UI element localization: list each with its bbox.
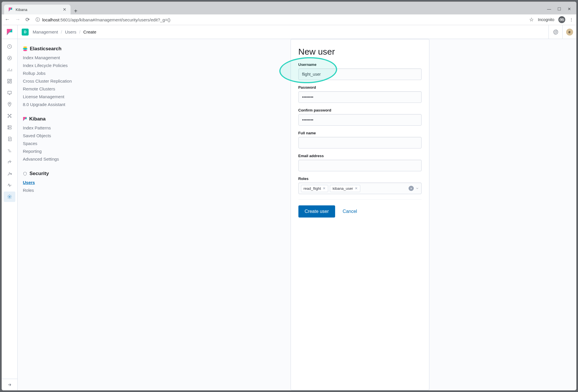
address-bar: ← → ⟳ ⓘ localhost:5601/app/kibana#/manag…: [2, 14, 576, 25]
rail-apm-icon[interactable]: [4, 145, 15, 156]
svg-point-11: [9, 103, 10, 104]
kibana-favicon: [8, 7, 13, 12]
cancel-button[interactable]: Cancel: [343, 209, 357, 214]
shield-icon: [23, 171, 27, 176]
mgmt-item-index-patterns[interactable]: Index Patterns: [23, 125, 86, 131]
form-title: New user: [298, 47, 422, 57]
rail-dashboard-icon[interactable]: [4, 76, 15, 86]
svg-point-21: [9, 196, 10, 198]
rail-monitoring-icon[interactable]: [4, 180, 15, 190]
password-input[interactable]: [298, 91, 422, 103]
svg-point-22: [23, 47, 27, 48]
full-name-label: Full name: [298, 131, 422, 135]
back-icon[interactable]: ←: [5, 16, 10, 23]
browser-menu-icon[interactable]: ⋮: [569, 17, 573, 22]
rail-devtools-icon[interactable]: [4, 168, 15, 179]
svg-rect-9: [8, 82, 9, 83]
confirm-password-input[interactable]: [298, 114, 422, 126]
kibana-icon: [23, 117, 27, 121]
user-avatar[interactable]: e: [562, 25, 576, 39]
rail-management-icon[interactable]: [4, 192, 15, 202]
svg-rect-17: [8, 126, 11, 127]
svg-point-15: [10, 117, 11, 118]
incognito-label: Incognito: [538, 17, 554, 22]
mgmt-item-advanced[interactable]: Advanced Settings: [23, 156, 86, 162]
role-pill[interactable]: kibana_user ✕: [330, 185, 360, 192]
mgmt-item-reporting[interactable]: Reporting: [23, 148, 86, 154]
mgmt-item-remote-clusters[interactable]: Remote Clusters: [23, 86, 86, 92]
rail-infra-icon[interactable]: [4, 122, 15, 133]
reload-icon[interactable]: ⟳: [25, 16, 30, 23]
rail-collapse-icon[interactable]: [2, 379, 17, 390]
remove-role-icon[interactable]: ✕: [323, 186, 326, 190]
browser-tab-strip: Kibana ✕ + — ☐ ✕: [2, 2, 576, 14]
username-input[interactable]: [298, 68, 422, 80]
close-tab-icon[interactable]: ✕: [63, 7, 67, 12]
clear-roles-icon[interactable]: ✕: [409, 186, 414, 191]
roles-combobox[interactable]: read_flight ✕ kibana_user ✕ ✕: [298, 183, 422, 194]
chevron-down-icon[interactable]: [416, 187, 419, 190]
crumb-users[interactable]: Users: [65, 29, 76, 34]
divider: [298, 199, 422, 200]
svg-point-13: [10, 114, 11, 115]
svg-point-12: [8, 114, 9, 115]
create-user-button[interactable]: Create user: [298, 205, 335, 218]
rail-maps-icon[interactable]: [4, 99, 15, 109]
svg-point-20: [8, 128, 9, 129]
mgmt-item-ccr[interactable]: Cross Cluster Replication: [23, 78, 86, 84]
breadcrumbs: Management / Users / Create: [33, 29, 96, 34]
maximize-icon[interactable]: ☐: [557, 7, 561, 11]
svg-point-16: [9, 116, 10, 116]
svg-rect-7: [10, 79, 12, 80]
rail-uptime-icon[interactable]: [4, 157, 15, 167]
rail-logs-icon[interactable]: [4, 134, 15, 144]
crumb-create: Create: [83, 29, 96, 34]
nav-rail: [2, 39, 18, 390]
svg-point-24: [23, 50, 27, 51]
svg-point-3: [555, 31, 557, 33]
mgmt-item-ilm[interactable]: Index Lifecycle Policies: [23, 62, 86, 68]
mgmt-item-roles[interactable]: Roles: [23, 187, 86, 193]
mgmt-item-users[interactable]: Users: [23, 179, 86, 185]
content-area: New user Username Password Confirm passw…: [91, 39, 576, 390]
mgmt-item-license[interactable]: License Management: [23, 94, 86, 100]
mgmt-item-saved-objects[interactable]: Saved Objects: [23, 133, 86, 139]
svg-point-23: [23, 48, 27, 50]
roles-label: Roles: [298, 177, 422, 181]
mgmt-item-rollup[interactable]: Rollup Jobs: [23, 70, 86, 76]
rail-canvas-icon[interactable]: [4, 88, 15, 98]
full-name-input[interactable]: [298, 137, 422, 148]
url-input[interactable]: ⓘ localhost:5601/app/kibana#/management/…: [33, 17, 526, 23]
confirm-password-label: Confirm password: [298, 108, 422, 112]
bookmark-icon[interactable]: ☆: [529, 16, 534, 23]
password-label: Password: [298, 85, 422, 90]
rail-recent-icon[interactable]: [4, 41, 15, 52]
rail-discover-icon[interactable]: [4, 53, 15, 63]
email-label: Email address: [298, 154, 422, 158]
role-pill[interactable]: read_flight ✕: [301, 185, 328, 192]
management-sidebar: Elasticsearch Index Management Index Lif…: [18, 39, 91, 390]
svg-rect-6: [8, 79, 9, 81]
group-title-security: Security: [23, 171, 86, 177]
space-badge[interactable]: D: [22, 29, 29, 36]
mgmt-item-spaces[interactable]: Spaces: [23, 140, 86, 146]
help-icon[interactable]: [549, 25, 562, 39]
close-window-icon[interactable]: ✕: [568, 7, 571, 11]
url-host: localhost: [42, 17, 59, 22]
rail-visualize-icon[interactable]: [4, 64, 15, 75]
kibana-logo[interactable]: [2, 25, 18, 39]
group-title-elasticsearch: Elasticsearch: [23, 46, 86, 52]
mgmt-item-upgrade[interactable]: 8.0 Upgrade Assistant: [23, 101, 86, 107]
email-input[interactable]: [298, 160, 422, 171]
new-tab-button[interactable]: +: [71, 8, 81, 14]
svg-point-0: [560, 19, 562, 21]
svg-point-14: [8, 117, 9, 118]
crumb-management[interactable]: Management: [33, 29, 58, 34]
browser-tab[interactable]: Kibana ✕: [4, 5, 71, 14]
mgmt-item-index-management[interactable]: Index Management: [23, 55, 86, 61]
info-icon[interactable]: ⓘ: [36, 17, 40, 23]
tab-title: Kibana: [16, 8, 27, 12]
remove-role-icon[interactable]: ✕: [355, 186, 358, 190]
minimize-icon[interactable]: —: [547, 7, 551, 11]
rail-ml-icon[interactable]: [4, 111, 15, 121]
